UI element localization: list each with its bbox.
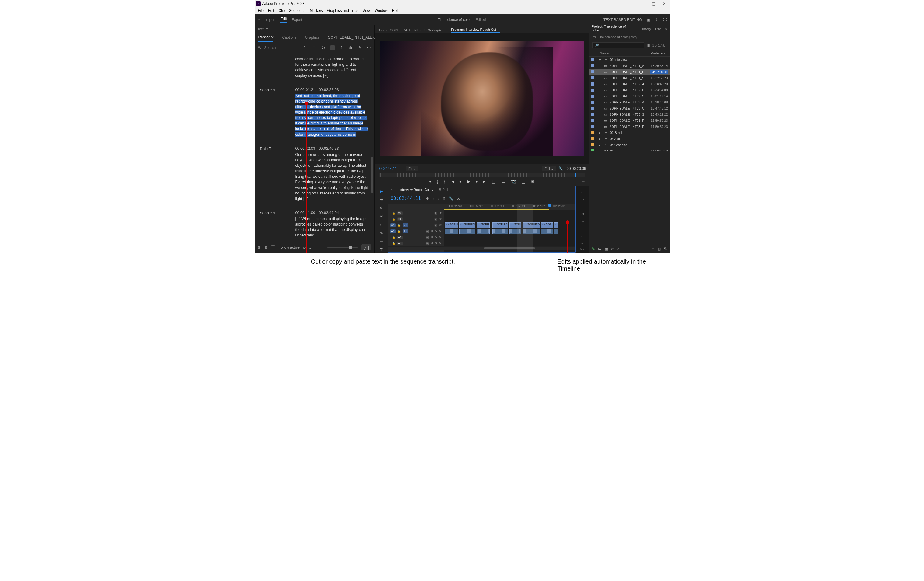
minimize-button[interactable]: — [641,1,645,6]
transcript-scrollbar[interactable] [371,157,373,193]
timeline-ruler[interactable]: 00:00:29:2300:00:59:2200:01:29:2100:01:5… [444,204,576,210]
menu-clip[interactable]: Clip [276,8,287,13]
project-item[interactable]: ▭SOPHIEDALE_INT02_A13:28:40:20 [589,81,670,87]
eye-icon[interactable]: 👁 [439,211,442,215]
new-item-icon[interactable]: ▥ [657,247,661,251]
timeline-audio-clip[interactable] [492,228,508,234]
project-item[interactable]: ▭SOPHIEDALE_INT01_A13:20:35:14 [589,63,670,69]
transcript-text[interactable]: color calibration is so important to cor… [295,56,369,78]
split-icon[interactable]: ⋔ [348,45,353,50]
column-name[interactable]: Name [600,51,650,55]
program-monitor-tab[interactable]: Program: Interview Rough Cut ≡ [451,28,500,33]
history-tab[interactable]: History [640,27,651,31]
ripple-tool[interactable]: ◊ [379,205,384,210]
source-v1[interactable]: V1 [390,223,396,227]
track-a3[interactable] [444,240,576,247]
menu-edit[interactable]: Edit [266,8,276,13]
program-monitor[interactable] [380,41,584,156]
playhead[interactable] [549,204,550,252]
project-item[interactable]: ▭SOPHIEDALE_INT01_P11:59:59:23 [589,118,670,124]
timeline-audio-clip[interactable] [541,228,553,234]
quick-export-icon[interactable]: ▣ [647,18,650,22]
track-a2[interactable] [444,234,576,240]
compare-icon[interactable]: ◫ [521,179,525,184]
eye-icon[interactable]: 👁 [439,223,442,227]
timeline-clip[interactable]: ▭ SOPHIEDA [459,222,475,228]
linked-selection-icon[interactable]: ∩ [432,196,435,200]
step-forward-icon[interactable]: ▸ [476,179,478,184]
workspace-export[interactable]: Export [292,18,302,22]
go-to-in-icon[interactable]: |◂ [450,179,454,184]
transcript-search-input[interactable] [264,46,289,50]
project-item[interactable]: ▭SOPHIEDALE_INT03_P11:59:59:23 [589,124,670,130]
list-view-icon[interactable]: ✎ [592,247,595,251]
menu-help[interactable]: Help [390,8,402,13]
track-v1[interactable]: ▭ SOPHI▭ SOPHIEDA▭ SOPHIE▭ SOPHIEDAL▭ SO… [444,222,576,228]
timeline-clip[interactable]: ▭ SOPHI [445,222,458,228]
slip-tool[interactable]: ↔ [379,222,384,228]
share-icon[interactable]: ⇪ [655,18,658,22]
find-icon[interactable]: 🔍︎ [664,247,667,251]
menu-file[interactable]: File [256,8,266,13]
add-marker-icon[interactable]: ▾ [429,179,431,184]
hand-tool[interactable]: ▭ [379,239,384,244]
timeline-clip[interactable]: ▭ SOPHIEDALE_ [523,222,540,228]
toggle-output-icon[interactable]: ▣ [434,217,437,221]
project-item[interactable]: ▭SOPHIEDALE_INT02_C13:33:54:08 [589,87,670,93]
eye-icon[interactable]: 👁 [439,217,442,221]
voice-icon[interactable]: 🎙 [439,230,442,233]
timeline-tab-1[interactable]: Interview Rough Cut ≡ [399,188,433,192]
lock-icon[interactable]: 🔒 [392,212,395,215]
timeline-audio-clip[interactable] [554,228,558,234]
timeline-timecode[interactable]: 00:02:44:11 [391,196,421,201]
panel-menu-icon[interactable]: ≡ [266,27,268,31]
source-a1[interactable]: A1 [390,230,396,233]
scrub-bar[interactable] [379,173,585,177]
timeline-audio-clip[interactable] [445,228,458,234]
toggle-output-icon[interactable]: ▣ [426,242,429,245]
step-back-icon[interactable]: ◂ [459,179,461,184]
more-icon[interactable]: ⋯ [366,45,371,50]
transcript-body[interactable]: color calibration is so important to cor… [254,53,375,242]
menu-sequence[interactable]: Sequence [287,8,307,13]
maximize-button[interactable]: ▢ [652,1,656,6]
next-match-icon[interactable]: ˅ [312,45,317,50]
project-item[interactable]: ⊞B-Roll11:59:16:19 [589,148,670,151]
pen-tool[interactable]: ✎ [379,230,384,236]
marker-icon[interactable]: ▿ [437,196,439,200]
text-based-editing-label[interactable]: TEXT BASED EDITING [604,18,642,22]
current-timecode[interactable]: 00:02:44:11 [378,167,397,171]
project-item[interactable]: ▭SOPHIEDALE_INT03_C13:47:45:12 [589,105,670,111]
thumb-view-icon[interactable]: ▭ [611,247,614,251]
text-panel-tab[interactable]: Text [257,27,264,31]
zoom-slider[interactable] [327,247,358,248]
menu-markers[interactable]: Markers [307,8,325,13]
panel-menu-icon[interactable]: ≡ [652,247,654,251]
lock-icon[interactable]: 🔒 [398,230,401,233]
settings-wrench-icon[interactable]: 🔧 [558,167,563,171]
timeline-tab-2[interactable]: B-Roll [439,188,448,192]
panel-overflow-icon[interactable]: » [665,27,667,31]
project-item[interactable]: ▾🗀01 Interview [589,56,670,63]
resolution-select[interactable]: Full ⌄ [542,167,556,171]
mark-out-icon[interactable]: } [444,179,445,184]
project-item[interactable]: ▭SOPHIEDALE_INT01_C13:25:18:08 [589,69,670,75]
timeline-clip[interactable]: ▭ SOPHIEDA [510,222,521,228]
track-select-tool[interactable]: ⇥ [379,197,384,202]
project-search-input[interactable] [592,42,644,48]
timeline-audio-clip[interactable] [459,228,475,234]
menu-graphics-and-titles[interactable]: Graphics and Titles [325,8,361,13]
ellipsis-button[interactable]: [···] [361,244,371,250]
view-mode-icon-2[interactable]: ⊟ [264,245,267,250]
pause-segments-icon[interactable]: ⏸ [330,45,335,50]
icon-view-icon[interactable]: ≔ [598,247,602,251]
wrench-icon[interactable]: 🔧 [449,196,453,200]
timeline-clip[interactable]: ▭ SOPHIE [477,222,490,228]
close-button[interactable]: ✕ [662,1,666,6]
freeform-view-icon[interactable]: ▦ [605,247,608,251]
close-sequence-icon[interactable]: × [391,188,393,192]
source-monitor-tab[interactable]: Source: SOPHIEDALE_INT03_SONY.mp4 [378,28,441,33]
lock-icon[interactable]: 🔒 [392,236,395,239]
menu-window[interactable]: Window [373,8,390,13]
settings-icon[interactable]: ⚙ [442,196,446,200]
